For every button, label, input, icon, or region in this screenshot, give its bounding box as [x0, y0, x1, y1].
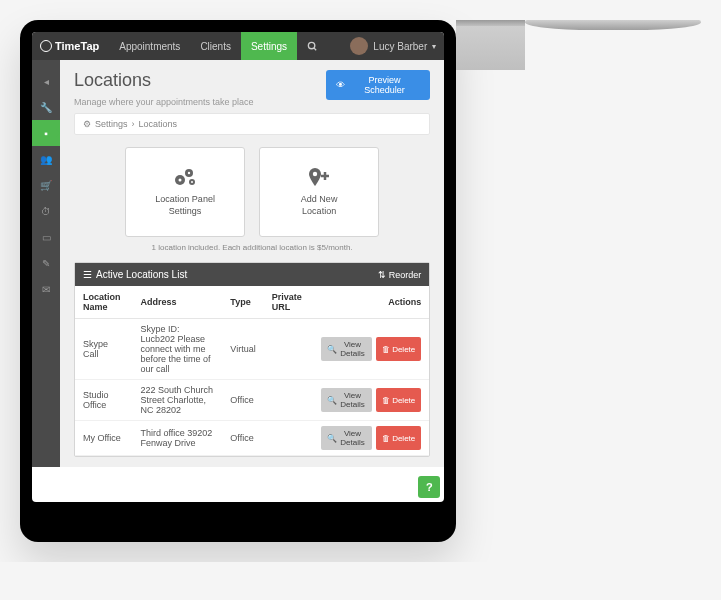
- avatar: [350, 37, 368, 55]
- search-icon[interactable]: [297, 32, 328, 60]
- breadcrumb: ⚙ Settings › Locations: [74, 113, 430, 135]
- th-name: Location Name: [75, 286, 132, 319]
- cell-name: Studio Office: [75, 380, 132, 421]
- cell-url: [264, 380, 313, 421]
- sidebar-icon-staff[interactable]: 👥: [32, 146, 60, 172]
- preview-scheduler-button[interactable]: 👁 Preview Scheduler: [326, 70, 430, 100]
- locations-table: Location Name Address Type Private URL A…: [75, 286, 429, 456]
- cell-type: Office: [222, 380, 263, 421]
- table-row: Skype CallSkype ID: Lucb202 Please conne…: [75, 319, 429, 380]
- location-panel-settings-card[interactable]: Location Panel Settings: [125, 147, 245, 237]
- reorder-button[interactable]: ⇅ Reorder: [378, 270, 422, 280]
- svg-line-1: [314, 47, 316, 49]
- svg-point-3: [179, 179, 182, 182]
- add-new-location-card[interactable]: Add New Location: [259, 147, 379, 237]
- th-address: Address: [132, 286, 222, 319]
- chevron-down-icon: ▾: [432, 42, 436, 51]
- card-label: Add New Location: [301, 194, 338, 217]
- trash-icon: 🗑: [382, 396, 390, 405]
- svg-point-0: [308, 42, 314, 48]
- sidebar-icon-edit[interactable]: ✎: [32, 250, 60, 276]
- view-details-button[interactable]: 🔍View Details: [321, 388, 372, 412]
- table-row: Studio Office222 South Church Street Cha…: [75, 380, 429, 421]
- top-navbar: TimeTap Appointments Clients Settings Lu…: [32, 32, 444, 60]
- sidebar-icon-wrench[interactable]: 🔧: [32, 94, 60, 120]
- user-menu[interactable]: Lucy Barber ▾: [350, 37, 436, 55]
- delete-button[interactable]: 🗑Delete: [376, 388, 421, 412]
- sort-icon: ⇅: [378, 270, 386, 280]
- card-label: Location Panel Settings: [155, 194, 215, 217]
- clock-icon: [40, 40, 52, 52]
- brand-name: TimeTap: [55, 40, 99, 52]
- nav-clients[interactable]: Clients: [190, 32, 241, 60]
- th-actions: Actions: [313, 286, 429, 319]
- cell-url: [264, 319, 313, 380]
- sidebar-icon-clock[interactable]: ⏱: [32, 198, 60, 224]
- th-type: Type: [222, 286, 263, 319]
- panel-title: Active Locations List: [96, 269, 187, 280]
- cell-name: Skype Call: [75, 319, 132, 380]
- svg-point-7: [191, 181, 193, 183]
- svg-point-5: [188, 172, 190, 174]
- gear-icon: ⚙: [83, 119, 91, 129]
- trash-icon: 🗑: [382, 434, 390, 443]
- gears-icon: [172, 166, 198, 188]
- breadcrumb-settings[interactable]: Settings: [95, 119, 128, 129]
- search-icon: 🔍: [327, 396, 337, 405]
- user-name: Lucy Barber: [373, 41, 427, 52]
- delete-button[interactable]: 🗑Delete: [376, 426, 421, 450]
- help-button[interactable]: ?: [418, 476, 440, 498]
- view-details-button[interactable]: 🔍View Details: [321, 426, 372, 450]
- delete-button[interactable]: 🗑Delete: [376, 337, 421, 361]
- cell-name: My Office: [75, 421, 132, 456]
- nav-appointments[interactable]: Appointments: [109, 32, 190, 60]
- svg-point-8: [313, 172, 317, 176]
- pricing-note: 1 location included. Each additional loc…: [74, 243, 430, 252]
- search-icon: 🔍: [327, 434, 337, 443]
- sidebar-icon-1[interactable]: ◂: [32, 68, 60, 94]
- pin-plus-icon: [306, 166, 332, 188]
- th-url: Private URL: [264, 286, 313, 319]
- active-locations-panel: ☰ Active Locations List ⇅ Reorder: [74, 262, 430, 457]
- cell-address: Skype ID: Lucb202 Please connect with me…: [132, 319, 222, 380]
- view-details-button[interactable]: 🔍View Details: [321, 337, 372, 361]
- eye-icon: 👁: [336, 80, 345, 90]
- left-sidebar: ◂ 🔧 ▪ 👥 🛒 ⏱ ▭ ✎ ✉: [32, 60, 60, 467]
- cell-url: [264, 421, 313, 456]
- page-subtitle: Manage where your appointments take plac…: [74, 97, 254, 107]
- cell-address: 222 South Church Street Charlotte, NC 28…: [132, 380, 222, 421]
- cell-address: Third office 39202 Fenway Drive: [132, 421, 222, 456]
- nav-settings[interactable]: Settings: [241, 32, 297, 60]
- sidebar-icon-locations[interactable]: ▪: [32, 120, 60, 146]
- search-icon: 🔍: [327, 345, 337, 354]
- sidebar-icon-cart[interactable]: 🛒: [32, 172, 60, 198]
- cell-type: Office: [222, 421, 263, 456]
- page-title: Locations: [74, 70, 151, 91]
- cell-type: Virtual: [222, 319, 263, 380]
- brand-logo: TimeTap: [40, 40, 99, 52]
- table-row: My OfficeThird office 39202 Fenway Drive…: [75, 421, 429, 456]
- sidebar-icon-calendar[interactable]: ▭: [32, 224, 60, 250]
- list-icon: ☰: [83, 269, 92, 280]
- breadcrumb-locations: Locations: [139, 119, 178, 129]
- sidebar-icon-mail[interactable]: ✉: [32, 276, 60, 302]
- trash-icon: 🗑: [382, 345, 390, 354]
